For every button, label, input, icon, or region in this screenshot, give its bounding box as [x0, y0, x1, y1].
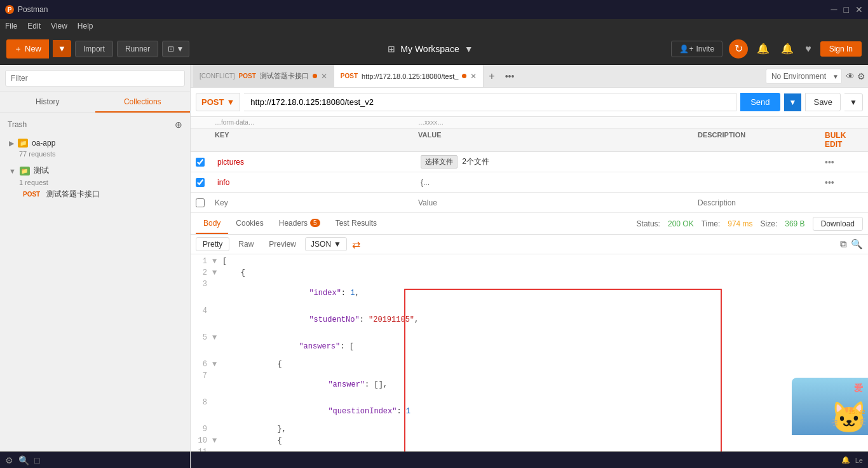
- format-raw[interactable]: Raw: [232, 238, 260, 251]
- workspace-dropdown-icon[interactable]: ▼: [465, 44, 473, 54]
- arrow-5[interactable]: ▼: [212, 333, 222, 342]
- chevron-right-icon: ▶: [9, 139, 14, 148]
- resp-tab-body[interactable]: Body: [196, 213, 228, 234]
- env-eye-button[interactable]: 👁: [846, 71, 855, 81]
- signin-button[interactable]: Sign In: [820, 41, 862, 57]
- new-dropdown-button[interactable]: ▼: [53, 40, 71, 57]
- arrow-10[interactable]: ▼: [212, 436, 222, 445]
- send-dropdown-button[interactable]: ▼: [784, 93, 802, 111]
- send-button[interactable]: Send: [740, 93, 780, 111]
- maximize-button[interactable]: □: [844, 4, 849, 15]
- new-button[interactable]: ＋ New: [6, 39, 49, 59]
- statusbar: 🔔 Le: [191, 451, 868, 468]
- copy-response-button[interactable]: ⧉: [840, 238, 847, 250]
- sync-button[interactable]: ↻: [729, 39, 748, 59]
- menu-file[interactable]: File: [5, 22, 17, 31]
- content-area: [CONFLICT] POST 测试答题卡接口 ✕ POST http://17…: [191, 65, 868, 468]
- runner-button[interactable]: Runner: [117, 41, 158, 57]
- table-row-info: info {... •••: [191, 172, 868, 193]
- sidebar-content: Trash ⊕ ▶ 📁 oa-app 77 requests ▼ 📁 测试: [0, 113, 190, 451]
- desc-empty-input[interactable]: [698, 198, 825, 207]
- checkbox-pictures[interactable]: [196, 158, 205, 167]
- workspace-name[interactable]: My Workspace: [400, 44, 459, 54]
- collection-header-test[interactable]: ▼ 📁 测试: [5, 163, 185, 179]
- headers-badge: 5: [310, 219, 320, 227]
- resp-tab-cookies[interactable]: Cookies: [228, 213, 271, 234]
- tab-conflict-label: [CONFLICT]: [200, 72, 235, 79]
- menu-edit[interactable]: Edit: [27, 22, 41, 31]
- time-value: 974 ms: [728, 219, 752, 228]
- bulk-edit-link[interactable]: Bulk Edit: [825, 131, 863, 149]
- collection-oa-app[interactable]: ▶ 📁 oa-app 77 requests: [0, 134, 190, 160]
- notification-icon[interactable]: 🔔: [754, 40, 772, 57]
- method-select[interactable]: POST ▼: [196, 93, 240, 111]
- tab-item-active[interactable]: POST http://172.18.0.125:18080/test_ ✕: [334, 65, 484, 87]
- search-response-button[interactable]: 🔍: [851, 238, 863, 250]
- invite-button[interactable]: 👤+ Invite: [671, 41, 722, 57]
- menu-help[interactable]: Help: [78, 22, 93, 31]
- select-file-button[interactable]: 选择文件: [421, 155, 458, 169]
- heart-icon[interactable]: ♥: [803, 41, 814, 57]
- minimize-button[interactable]: ─: [831, 4, 837, 15]
- collection-header-oa-app[interactable]: ▶ 📁 oa-app: [5, 136, 185, 150]
- checkbox-empty[interactable]: [196, 198, 205, 207]
- notification2-icon[interactable]: 🔔: [778, 40, 796, 57]
- collection-test[interactable]: ▼ 📁 测试 1 request POST 测试答题卡接口: [0, 160, 190, 205]
- tab-add-button[interactable]: +: [484, 71, 499, 82]
- close-button[interactable]: ✕: [855, 4, 863, 15]
- env-settings-button[interactable]: ⚙: [857, 71, 865, 81]
- save-button[interactable]: Save: [805, 93, 841, 111]
- request-item-test-card[interactable]: POST 测试答题卡接口: [5, 186, 185, 202]
- menu-view[interactable]: View: [51, 22, 67, 31]
- env-dropdown[interactable]: No Environment ▼: [766, 69, 842, 84]
- capture-button[interactable]: ⊡ ▼: [162, 41, 189, 57]
- tab-close-2[interactable]: ✕: [470, 72, 477, 81]
- url-input[interactable]: [244, 93, 736, 111]
- resp-tab-test-results[interactable]: Test Results: [328, 213, 384, 234]
- download-button[interactable]: Download: [813, 217, 863, 231]
- value-empty-input[interactable]: [418, 198, 698, 207]
- tab-collections[interactable]: Collections: [95, 92, 191, 113]
- save-dropdown-button[interactable]: ▼: [844, 93, 863, 111]
- code-line-3: 3 "index": 1,: [191, 280, 868, 306]
- sidebar-bottom-icon3[interactable]: □: [34, 455, 39, 465]
- arrow-2[interactable]: ▼: [212, 268, 222, 277]
- tab-history[interactable]: History: [0, 92, 95, 113]
- toolbar-left: ＋ New ▼ Import Runner ⊡ ▼: [6, 39, 189, 59]
- trash-item[interactable]: Trash ⊕: [0, 116, 190, 134]
- checkbox-info[interactable]: [196, 178, 205, 187]
- format-actions: ⧉ 🔍: [840, 238, 863, 250]
- tab-item-conflict[interactable]: [CONFLICT] POST 测试答题卡接口 ✕: [193, 65, 334, 87]
- titlebar: P Postman ─ □ ✕: [0, 0, 868, 19]
- new-icon: ＋: [14, 43, 22, 55]
- add-collection-icon[interactable]: ⊕: [175, 120, 182, 130]
- sidebar-bottom-icon2[interactable]: 🔍: [18, 455, 29, 465]
- arrow-1[interactable]: ▼: [212, 257, 222, 266]
- format-preview[interactable]: Preview: [262, 238, 302, 251]
- format-bar: Pretty Raw Preview JSON ▼ ⇄ ⧉ 🔍: [191, 235, 868, 254]
- code-line-6: 6 ▼ {: [191, 360, 868, 371]
- tab-dot-2: [462, 74, 466, 78]
- import-button[interactable]: Import: [75, 41, 113, 57]
- collection-count-test: 1 request: [5, 179, 185, 186]
- params-section: …form-data… …xxxx… KEY VALUE DESCRIPTION…: [191, 117, 868, 213]
- format-pretty[interactable]: Pretty: [196, 237, 229, 251]
- env-selector: No Environment ▼ 👁 ⚙: [766, 69, 865, 84]
- tab-close-1[interactable]: ✕: [321, 72, 327, 81]
- code-line-4: 4 "studentNo": "20191105",: [191, 306, 868, 333]
- arrow-6[interactable]: ▼: [212, 360, 222, 369]
- code-line-2: 2 ▼ {: [191, 268, 868, 280]
- value-info: {...: [418, 177, 698, 188]
- sidebar-bottom-icon1[interactable]: ⚙: [5, 455, 13, 465]
- format-json-select[interactable]: JSON ▼: [305, 237, 347, 251]
- resp-tab-headers[interactable]: Headers 5: [271, 213, 328, 234]
- filter-input[interactable]: [5, 70, 185, 86]
- file-count: 2个文件: [462, 157, 489, 166]
- tab-more-button[interactable]: •••: [500, 71, 520, 81]
- more-actions-2[interactable]: •••: [825, 177, 863, 188]
- wrap-icon[interactable]: ⇄: [352, 238, 360, 251]
- key-empty-input[interactable]: [215, 198, 418, 207]
- more-actions-1[interactable]: •••: [825, 157, 863, 167]
- chevron-down-icon: ▼: [9, 167, 16, 175]
- desc-info: [698, 181, 825, 184]
